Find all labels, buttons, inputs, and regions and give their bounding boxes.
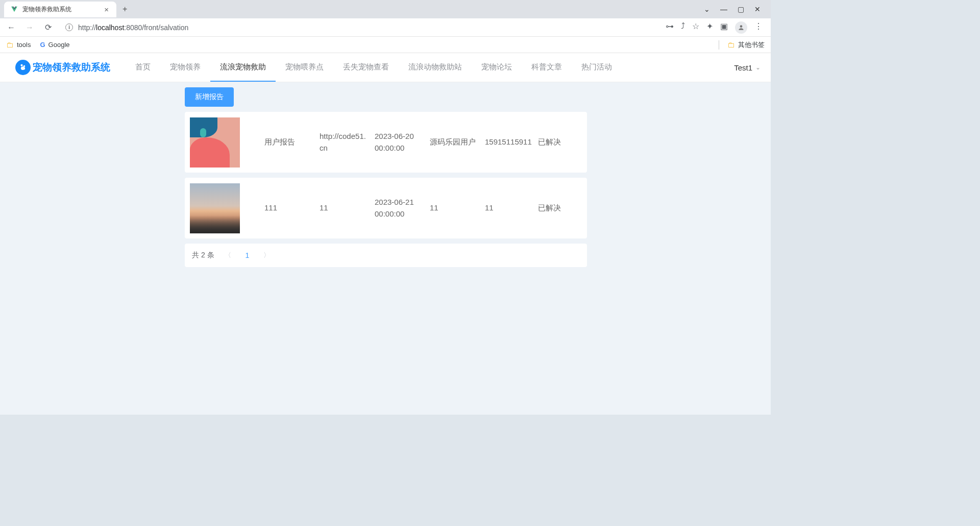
report-time: 2023-06-21 00:00:00 <box>375 197 430 220</box>
extensions-icon[interactable]: ✦ <box>706 21 713 34</box>
close-tab-icon[interactable]: × <box>103 5 110 14</box>
nav-menu: 首页 宠物领养 流浪宠物救助 宠物喂养点 丢失宠物查看 流浪动物救助站 宠物论坛… <box>126 53 622 82</box>
site-header: 宠物领养救助系统 首页 宠物领养 流浪宠物救助 宠物喂养点 丢失宠物查看 流浪动… <box>0 53 771 82</box>
report-phone: 11 <box>485 202 538 214</box>
report-thumbnail <box>190 183 240 233</box>
key-icon[interactable]: ⊶ <box>666 21 674 34</box>
logo-text: 宠物领养救助系统 <box>33 61 110 74</box>
report-title: 用户报告 <box>264 136 320 148</box>
tab-title: 宠物领养救助系统 <box>22 5 99 14</box>
bookmark-tools[interactable]: 🗀 tools <box>6 40 31 49</box>
chevron-down-icon: ⌄ <box>755 64 761 71</box>
minimize-icon[interactable]: — <box>720 5 727 13</box>
page-area: 宠物领养救助系统 首页 宠物领养 流浪宠物救助 宠物喂养点 丢失宠物查看 流浪动… <box>0 53 771 415</box>
bookmark-google[interactable]: G Google <box>40 41 69 49</box>
menu-icon[interactable]: ⋮ <box>754 21 763 34</box>
report-list: 用户报告 http://code51.cn 2023-06-20 00:00:0… <box>185 112 587 238</box>
pagination: 共 2 条 〈 1 〉 <box>185 244 587 267</box>
folder-icon: 🗀 <box>727 40 735 49</box>
share-icon[interactable]: ⤴ <box>681 21 685 34</box>
report-status: 已解决 <box>538 136 569 148</box>
prev-page-button[interactable]: 〈 <box>222 251 234 260</box>
report-status: 已解决 <box>538 202 569 214</box>
new-tab-button[interactable]: + <box>116 5 133 14</box>
nav-activity[interactable]: 热门活动 <box>572 53 622 82</box>
user-name: Test1 <box>734 63 752 72</box>
browser-tab[interactable]: 宠物领养救助系统 × <box>4 2 116 17</box>
page-number-current[interactable]: 1 <box>241 251 254 259</box>
next-page-button[interactable]: 〉 <box>260 251 273 260</box>
svg-point-1 <box>20 64 22 66</box>
report-author: 源码乐园用户 <box>430 136 485 148</box>
nav-feeding[interactable]: 宠物喂养点 <box>276 53 333 82</box>
nav-science[interactable]: 科普文章 <box>522 53 572 82</box>
nav-home[interactable]: 首页 <box>126 53 160 82</box>
list-item[interactable]: 111 11 2023-06-21 00:00:00 11 11 已解决 <box>185 178 587 238</box>
folder-icon: 🗀 <box>6 40 14 49</box>
nav-forum[interactable]: 宠物论坛 <box>472 53 522 82</box>
nav-station[interactable]: 流浪动物救助站 <box>399 53 472 82</box>
favicon-vue-icon <box>10 5 18 13</box>
browser-chrome: 宠物领养救助系统 × + ⌄ — ▢ ✕ ← → ⟳ i http://loca… <box>0 0 771 53</box>
sidepanel-icon[interactable]: ▣ <box>720 21 728 34</box>
report-author: 11 <box>430 202 485 214</box>
nav-adopt[interactable]: 宠物领养 <box>160 53 210 82</box>
nav-salvation[interactable]: 流浪宠物救助 <box>210 53 276 82</box>
maximize-icon[interactable]: ▢ <box>738 5 744 13</box>
report-time: 2023-06-20 00:00:00 <box>375 131 430 154</box>
reload-button[interactable]: ⟳ <box>41 22 55 32</box>
profile-avatar-icon[interactable] <box>735 21 747 34</box>
paw-icon <box>15 60 31 75</box>
forward-button[interactable]: → <box>22 23 37 32</box>
address-icons: ⊶ ⤴ ☆ ✦ ▣ ⋮ <box>662 21 767 34</box>
report-thumbnail <box>190 117 240 168</box>
user-dropdown[interactable]: Test1 ⌄ <box>734 63 761 72</box>
info-icon[interactable]: i <box>65 23 73 31</box>
star-icon[interactable]: ☆ <box>692 21 699 34</box>
nav-lost[interactable]: 丢失宠物查看 <box>333 53 399 82</box>
back-button[interactable]: ← <box>4 23 18 32</box>
report-link: 11 <box>320 202 375 214</box>
pagination-total: 共 2 条 <box>192 251 214 260</box>
report-link: http://code51.cn <box>320 131 375 154</box>
url-text: http://localhost:8080/front/salvation <box>78 23 188 32</box>
add-report-button[interactable]: 新增报告 <box>185 87 234 107</box>
address-bar: ← → ⟳ i http://localhost:8080/front/salv… <box>0 18 771 37</box>
report-phone: 15915115911 <box>485 136 538 148</box>
close-window-icon[interactable]: ✕ <box>754 5 761 13</box>
tab-bar: 宠物领养救助系统 × + ⌄ — ▢ ✕ <box>0 0 771 18</box>
google-icon: G <box>40 41 45 49</box>
other-bookmarks[interactable]: 🗀 其他书签 <box>719 40 765 50</box>
site-logo[interactable]: 宠物领养救助系统 <box>15 60 110 75</box>
list-item[interactable]: 用户报告 http://code51.cn 2023-06-20 00:00:0… <box>185 112 587 173</box>
svg-point-0 <box>740 25 743 28</box>
window-controls: ⌄ — ▢ ✕ <box>704 5 767 13</box>
main-content: 新增报告 用户报告 http://code51.cn 2023-06-20 00… <box>0 82 771 267</box>
url-field[interactable]: i http://localhost:8080/front/salvation <box>59 23 657 32</box>
bookmarks-bar: 🗀 tools G Google 🗀 其他书签 <box>0 37 771 53</box>
chevron-down-icon[interactable]: ⌄ <box>704 5 710 13</box>
report-title: 111 <box>264 202 320 214</box>
